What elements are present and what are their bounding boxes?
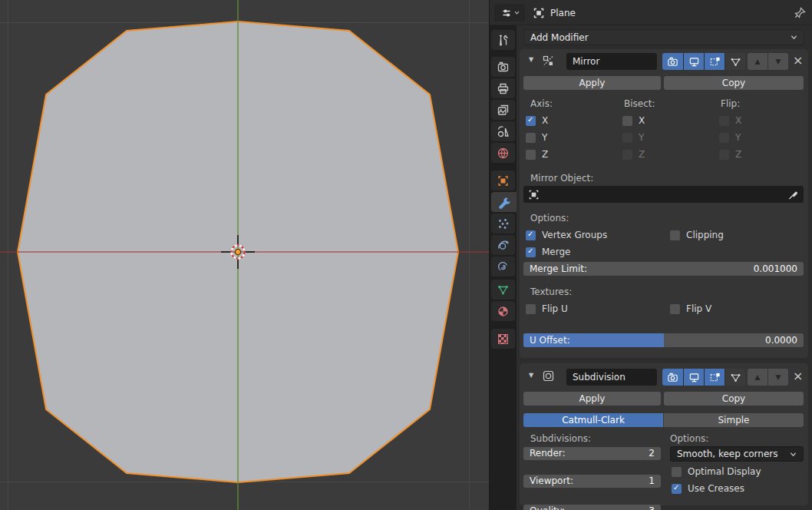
- bisect-z-checkbox[interactable]: [622, 150, 632, 160]
- axis-z-checkbox[interactable]: [526, 150, 536, 160]
- render-subdivisions-field[interactable]: Render: 2: [523, 447, 661, 460]
- render-visibility-toggle[interactable]: [662, 53, 683, 70]
- realtime-visibility-toggle[interactable]: [683, 53, 704, 70]
- realtime-visibility-toggle[interactable]: [683, 369, 704, 386]
- mirror-modifier-panel: ▼ Mirror: [520, 49, 808, 358]
- u-offset-slider[interactable]: U Offset: 0.0000: [523, 333, 804, 347]
- flip-y-checkbox-row: Y: [719, 132, 741, 143]
- tab-object-data[interactable]: [491, 280, 515, 300]
- pin-icon[interactable]: [794, 6, 807, 19]
- bisect-section-label: Bisect:: [624, 98, 655, 109]
- flip-u-row: Flip U: [526, 303, 568, 314]
- subdivisions-section-label: Subdivisions:: [530, 433, 591, 444]
- 3d-viewport[interactable]: [0, 0, 489, 510]
- bisect-y-checkbox[interactable]: [622, 133, 632, 143]
- clipping-checkbox[interactable]: [670, 230, 680, 240]
- move-up-button[interactable]: ▲: [748, 53, 767, 70]
- close-icon[interactable]: ×: [793, 371, 803, 382]
- flip-z-checkbox[interactable]: [719, 150, 729, 160]
- merge-checkbox[interactable]: [526, 247, 536, 257]
- bisect-x-checkbox[interactable]: [622, 116, 632, 126]
- simple-option[interactable]: Simple: [663, 413, 804, 427]
- move-up-button[interactable]: ▲: [748, 369, 767, 386]
- editmode-icon: [709, 56, 721, 68]
- tab-world[interactable]: [491, 143, 515, 163]
- properties-content: Add Modifier ▼ Mirror: [517, 25, 812, 510]
- flip-section-label: Flip:: [721, 98, 740, 109]
- use-creases-checkbox[interactable]: [672, 484, 682, 494]
- apply-button[interactable]: Apply: [523, 76, 661, 90]
- tab-view-layer[interactable]: [491, 100, 515, 120]
- axis-y-checkbox[interactable]: [526, 133, 536, 143]
- tab-material[interactable]: [491, 301, 515, 321]
- tab-modifiers[interactable]: [491, 192, 517, 212]
- merge-limit-slider[interactable]: Merge Limit: 0.001000: [523, 262, 804, 276]
- apply-button[interactable]: Apply: [523, 392, 661, 406]
- blender-window: { "header": { "breadcrumb_object": "Plan…: [0, 0, 812, 510]
- flip-v-row: Flip V: [670, 303, 711, 314]
- breadcrumb: Plane: [533, 0, 576, 25]
- subdivision-modifier-panel: ▼ Subdivision: [520, 363, 808, 505]
- axis-x-checkbox-row: X: [526, 115, 548, 126]
- properties-editor: Plane: [489, 0, 812, 510]
- axis-y-checkbox-row: Y: [526, 132, 547, 143]
- clipping-row: Clipping: [670, 230, 724, 240]
- breadcrumb-object-name[interactable]: Plane: [550, 8, 576, 18]
- object-icon: [528, 189, 540, 200]
- quality-field[interactable]: Quality: 3: [523, 505, 661, 510]
- modifier-name-field[interactable]: Mirror: [566, 53, 657, 70]
- axis-x-checkbox[interactable]: [526, 116, 536, 126]
- tab-physics[interactable]: [491, 235, 515, 255]
- optimal-display-checkbox[interactable]: [672, 467, 682, 477]
- tab-object[interactable]: [491, 171, 515, 190]
- chevron-down-icon: [790, 451, 797, 458]
- textures-section-label: Textures:: [530, 286, 572, 297]
- tab-tool[interactable]: [491, 30, 515, 50]
- modifier-display-toggles: [662, 369, 745, 386]
- close-icon[interactable]: ×: [793, 55, 803, 66]
- mirror-object-field[interactable]: [523, 186, 804, 203]
- add-modifier-label: Add Modifier: [530, 32, 589, 43]
- expand-triangle-icon[interactable]: ▼: [529, 56, 533, 63]
- flip-u-checkbox[interactable]: [526, 304, 536, 314]
- editmode-visibility-toggle[interactable]: [704, 369, 725, 386]
- tab-texture[interactable]: [491, 329, 515, 349]
- flip-v-checkbox[interactable]: [670, 304, 680, 314]
- vertex-groups-checkbox[interactable]: [526, 230, 536, 240]
- render-visibility-toggle[interactable]: [662, 369, 683, 386]
- editor-type-button[interactable]: [494, 4, 525, 22]
- move-down-button[interactable]: ▼: [768, 369, 788, 386]
- flip-x-checkbox-row: X: [719, 115, 741, 126]
- viewport-subdivisions-field[interactable]: Viewport: 1: [523, 475, 661, 488]
- modifier-reorder: ▲ ▼: [748, 369, 788, 386]
- properties-editor-icon: [500, 7, 513, 19]
- options-section-label: Options:: [670, 433, 708, 444]
- tab-output[interactable]: [491, 78, 515, 98]
- cage-visibility-toggle[interactable]: [725, 53, 745, 70]
- flip-x-checkbox[interactable]: [719, 116, 729, 126]
- catmull-clark-option[interactable]: Catmull-Clark: [523, 413, 663, 427]
- move-down-button[interactable]: ▼: [768, 53, 788, 70]
- modifier-name-field[interactable]: Subdivision: [566, 369, 657, 386]
- tab-constraints[interactable]: [491, 257, 515, 277]
- cage-visibility-toggle[interactable]: [725, 369, 745, 386]
- tab-scene[interactable]: [491, 121, 515, 141]
- modifier-reorder: ▲ ▼: [748, 53, 788, 70]
- flip-y-checkbox[interactable]: [719, 133, 729, 143]
- camera-icon: [667, 372, 678, 383]
- copy-button[interactable]: Copy: [664, 392, 804, 406]
- editmode-visibility-toggle[interactable]: [704, 53, 725, 70]
- uv-smooth-dropdown[interactable]: Smooth, keep corners: [670, 446, 804, 462]
- properties-tabbar: [490, 25, 517, 510]
- bisect-y-checkbox-row: Y: [622, 132, 644, 143]
- tab-render[interactable]: [491, 57, 515, 77]
- tab-particles[interactable]: [491, 214, 515, 233]
- vertex-groups-row: Vertex Groups: [526, 230, 607, 240]
- eyedropper-icon[interactable]: [787, 189, 799, 200]
- editmode-icon: [709, 372, 721, 383]
- copy-button[interactable]: Copy: [664, 76, 804, 90]
- axis-section-label: Axis:: [530, 98, 553, 109]
- add-modifier-dropdown[interactable]: Add Modifier: [523, 29, 804, 45]
- expand-triangle-icon[interactable]: ▼: [529, 372, 533, 379]
- monitor-icon: [688, 372, 700, 383]
